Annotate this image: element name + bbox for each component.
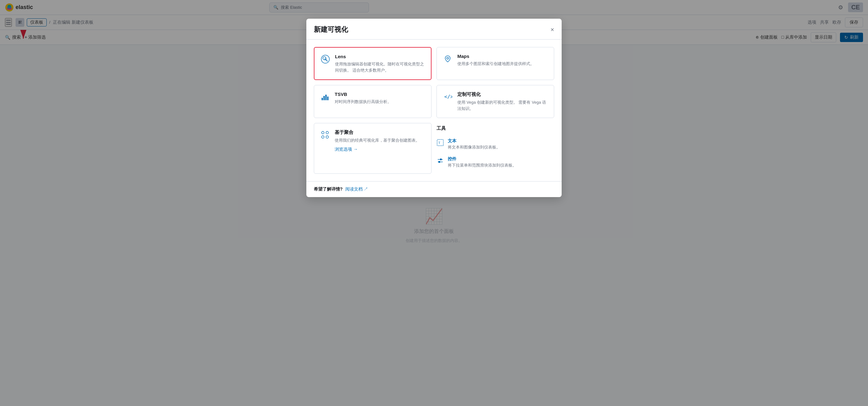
controls-tool-title[interactable]: 控件 [448, 156, 554, 162]
tsvb-icon [320, 92, 330, 104]
tsvb-card[interactable]: TSVB 对时间序列数据执行高级分析。 [314, 85, 432, 118]
footer-help-text: 希望了解详情? [314, 187, 343, 192]
new-visualization-modal: 新建可视化 × Lens [306, 19, 562, 197]
lens-card-desc: 使用拖放编辑器创建可视化。随时在可视化类型之间切换。 适合绝大多数用户。 [335, 61, 425, 73]
svg-rect-11 [323, 96, 325, 100]
custom-viz-card-title: 定制可视化 [457, 92, 548, 97]
svg-point-15 [321, 131, 324, 134]
svg-rect-10 [321, 98, 323, 100]
svg-point-17 [321, 136, 324, 138]
controls-tool-icon [436, 157, 444, 166]
lens-card-title: Lens [335, 54, 425, 59]
text-tool-desc: 将文本和图像添加到仪表板。 [448, 145, 554, 150]
custom-viz-card-desc: 使用 Vega 创建新的可视化类型。 需要有 Vega 语法知识。 [457, 99, 548, 112]
aggregated-card-title: 基于聚合 [335, 129, 425, 135]
custom-viz-card[interactable]: </> 定制可视化 使用 Vega 创建新的可视化类型。 需要有 Vega 语法… [436, 85, 554, 118]
svg-point-5 [321, 55, 330, 63]
modal-header: 新建可视化 × [306, 19, 562, 39]
svg-text:</>: </> [444, 94, 453, 100]
svg-rect-13 [327, 96, 329, 100]
modal-close-button[interactable]: × [551, 26, 554, 33]
aggregated-card-content: 基于聚合 使用我们的经典可视化库，基于聚合创建图表。 浏览选项 → [335, 129, 425, 152]
modal-title: 新建可视化 [314, 25, 348, 34]
maps-card-title: Maps [457, 54, 548, 59]
text-tool-icon: T [436, 139, 444, 148]
svg-point-22 [440, 158, 442, 160]
svg-point-16 [326, 131, 329, 134]
controls-tool[interactable]: 控件 将下拉菜单和范围滑块添加到仪表板。 [436, 153, 554, 171]
svg-point-9 [447, 57, 448, 59]
text-tool[interactable]: T 文本 将文本和图像添加到仪表板。 [436, 135, 554, 153]
custom-viz-icon: </> [443, 92, 453, 104]
tsvb-card-desc: 对时间序列数据执行高级分析。 [335, 99, 425, 105]
lens-card[interactable]: Lens 使用拖放编辑器创建可视化。随时在可视化类型之间切换。 适合绝大多数用户… [314, 47, 432, 80]
svg-text:T: T [438, 141, 440, 145]
controls-tool-desc: 将下拉菜单和范围滑块添加到仪表板。 [448, 162, 554, 168]
tsvb-card-title: TSVB [335, 92, 425, 97]
browse-options-link[interactable]: 浏览选项 → [335, 147, 358, 152]
aggregated-card-desc: 使用我们的经典可视化库，基于聚合创建图表。 [335, 137, 425, 144]
lens-card-content: Lens 使用拖放编辑器创建可视化。随时在可视化类型之间切换。 适合绝大多数用户… [335, 54, 425, 73]
svg-point-24 [438, 161, 440, 163]
lens-icon [321, 55, 330, 66]
modal-overlay[interactable]: 新建可视化 × Lens [0, 0, 868, 406]
text-tool-title[interactable]: 文本 [448, 138, 554, 144]
svg-point-18 [326, 136, 329, 138]
custom-viz-card-content: 定制可视化 使用 Vega 创建新的可视化类型。 需要有 Vega 语法知识。 [457, 92, 548, 112]
modal-footer: 希望了解详情? 阅读文档 ↗ [306, 181, 562, 197]
tools-column: 工具 T 文本 将文本和图像添加到仪表板。 [436, 123, 554, 174]
maps-icon [443, 54, 453, 66]
svg-point-8 [324, 58, 326, 60]
controls-tool-content: 控件 将下拉菜单和范围滑块添加到仪表板。 [448, 156, 554, 168]
maps-card-desc: 使用多个图层和索引创建地图并提供样式。 [457, 61, 548, 67]
aggregated-card[interactable]: 基于聚合 使用我们的经典可视化库，基于聚合创建图表。 浏览选项 → [314, 123, 432, 174]
maps-card-content: Maps 使用多个图层和索引创建地图并提供样式。 [457, 54, 548, 67]
tools-section-title: 工具 [436, 125, 554, 131]
svg-rect-12 [326, 95, 327, 100]
modal-body: Lens 使用拖放编辑器创建可视化。随时在可视化类型之间切换。 适合绝大多数用户… [306, 39, 562, 181]
text-tool-content: 文本 将文本和图像添加到仪表板。 [448, 138, 554, 150]
viz-grid: Lens 使用拖放编辑器创建可视化。随时在可视化类型之间切换。 适合绝大多数用户… [314, 47, 554, 174]
maps-card[interactable]: Maps 使用多个图层和索引创建地图并提供样式。 [436, 47, 554, 80]
read-docs-link[interactable]: 阅读文档 ↗ [345, 187, 368, 192]
aggregated-icon [320, 130, 330, 142]
tsvb-card-content: TSVB 对时间序列数据执行高级分析。 [335, 92, 425, 105]
